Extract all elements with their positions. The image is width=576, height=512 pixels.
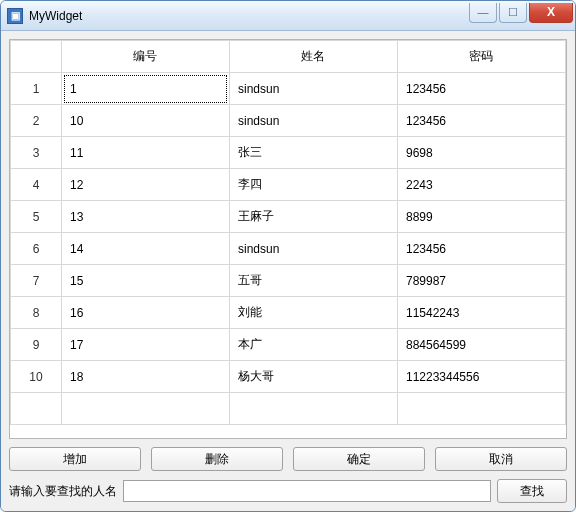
cell-id[interactable]: 12	[62, 169, 230, 201]
cell-pwd[interactable]: 9698	[397, 137, 565, 169]
cell-id[interactable]: 13	[62, 201, 230, 233]
search-button[interactable]: 查找	[497, 479, 567, 503]
cell-pwd[interactable]: 2243	[397, 169, 565, 201]
cell-pwd[interactable]: 11223344556	[397, 361, 565, 393]
cell-id[interactable]: 16	[62, 297, 230, 329]
cell-id[interactable]: 14	[62, 233, 230, 265]
cell-name[interactable]: 张三	[229, 137, 397, 169]
header-id[interactable]: 编号	[62, 41, 230, 73]
row-number[interactable]: 8	[11, 297, 62, 329]
row-number[interactable]: 5	[11, 201, 62, 233]
maximize-button[interactable]: ☐	[499, 3, 527, 23]
cell-name[interactable]: 李四	[229, 169, 397, 201]
cell-id[interactable]: 15	[62, 265, 230, 297]
row-number[interactable]: 4	[11, 169, 62, 201]
cell-id[interactable]: 1	[62, 73, 230, 105]
ok-button[interactable]: 确定	[293, 447, 425, 471]
client-area: 编号 姓名 密码 11sindsun123456210sindsun123456…	[1, 31, 575, 511]
row-number[interactable]: 10	[11, 361, 62, 393]
table-row[interactable]: 614sindsun123456	[11, 233, 566, 265]
table-row[interactable]: 311张三9698	[11, 137, 566, 169]
table-row[interactable]: 1018杨大哥11223344556	[11, 361, 566, 393]
data-table-container: 编号 姓名 密码 11sindsun123456210sindsun123456…	[9, 39, 567, 439]
minimize-button[interactable]: —	[469, 3, 497, 23]
table-row-empty	[11, 393, 566, 425]
table-row[interactable]: 816刘能11542243	[11, 297, 566, 329]
search-input[interactable]	[123, 480, 491, 502]
close-button[interactable]: X	[529, 3, 573, 23]
delete-button[interactable]: 删除	[151, 447, 283, 471]
row-number[interactable]: 6	[11, 233, 62, 265]
cell-name[interactable]: sindsun	[229, 105, 397, 137]
cell-pwd[interactable]: 8899	[397, 201, 565, 233]
header-rownum[interactable]	[11, 41, 62, 73]
table-row[interactable]: 412李四2243	[11, 169, 566, 201]
cell-pwd[interactable]: 123456	[397, 233, 565, 265]
cell-name[interactable]: 杨大哥	[229, 361, 397, 393]
cell-pwd[interactable]: 123456	[397, 105, 565, 137]
cell-id[interactable]: 17	[62, 329, 230, 361]
table-row[interactable]: 210sindsun123456	[11, 105, 566, 137]
cell-pwd[interactable]: 11542243	[397, 297, 565, 329]
header-pwd[interactable]: 密码	[397, 41, 565, 73]
cell-pwd[interactable]: 884564599	[397, 329, 565, 361]
search-row: 请输入要查找的人名 查找	[9, 479, 567, 503]
row-number[interactable]: 1	[11, 73, 62, 105]
cell-name[interactable]: 刘能	[229, 297, 397, 329]
button-row: 增加 删除 确定 取消	[9, 447, 567, 471]
cell-name[interactable]: 本广	[229, 329, 397, 361]
cancel-button[interactable]: 取消	[435, 447, 567, 471]
titlebar[interactable]: ▣ MyWidget — ☐ X	[1, 1, 575, 31]
cell-id[interactable]: 10	[62, 105, 230, 137]
app-icon: ▣	[7, 8, 23, 24]
table-row[interactable]: 917本广884564599	[11, 329, 566, 361]
row-number[interactable]: 3	[11, 137, 62, 169]
cell-pwd[interactable]: 123456	[397, 73, 565, 105]
cell-id[interactable]: 11	[62, 137, 230, 169]
table-row[interactable]: 715五哥789987	[11, 265, 566, 297]
cell-id[interactable]: 18	[62, 361, 230, 393]
cell-pwd[interactable]: 789987	[397, 265, 565, 297]
row-number[interactable]: 7	[11, 265, 62, 297]
header-name[interactable]: 姓名	[229, 41, 397, 73]
table-row[interactable]: 11sindsun123456	[11, 73, 566, 105]
cell-name[interactable]: 五哥	[229, 265, 397, 297]
cell-name[interactable]: sindsun	[229, 233, 397, 265]
table-row[interactable]: 513王麻子8899	[11, 201, 566, 233]
search-label: 请输入要查找的人名	[9, 483, 117, 500]
window-title: MyWidget	[29, 9, 82, 23]
cell-name[interactable]: sindsun	[229, 73, 397, 105]
cell-name[interactable]: 王麻子	[229, 201, 397, 233]
app-window: ▣ MyWidget — ☐ X 编号 姓名 密码 11sindsun12345…	[0, 0, 576, 512]
data-table[interactable]: 编号 姓名 密码 11sindsun123456210sindsun123456…	[10, 40, 566, 425]
row-number[interactable]: 2	[11, 105, 62, 137]
add-button[interactable]: 增加	[9, 447, 141, 471]
row-number[interactable]: 9	[11, 329, 62, 361]
